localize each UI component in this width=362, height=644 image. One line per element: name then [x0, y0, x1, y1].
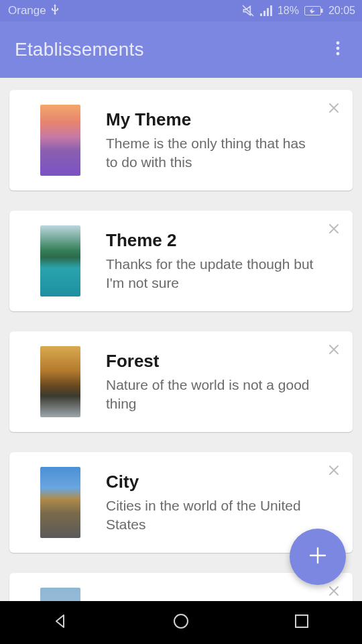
item-text: City Cities in the world of the United S… [106, 472, 341, 533]
svg-rect-0 [260, 13, 262, 16]
item-thumbnail [40, 225, 80, 297]
dismiss-button[interactable] [324, 582, 343, 601]
dismiss-button[interactable] [324, 462, 343, 480]
item-title: Forest [106, 351, 320, 372]
usb-icon [50, 4, 60, 18]
item-thumbnail [40, 588, 80, 601]
item-title: City [106, 472, 320, 492]
plus-icon [308, 545, 328, 568]
clock-label: 20:05 [328, 5, 355, 17]
battery-pct: 18% [278, 5, 299, 17]
status-right: 18% 20:05 [241, 4, 355, 17]
battery-icon [304, 6, 323, 15]
svg-point-8 [337, 52, 340, 56]
svg-point-6 [337, 42, 340, 45]
close-icon [328, 462, 339, 480]
item-desc: Cities in the world of the United States [106, 496, 320, 533]
svg-rect-5 [321, 9, 323, 13]
nav-home-button[interactable] [168, 609, 194, 636]
item-title: Theme 2 [106, 230, 320, 251]
item-desc: Nature of the world is not a good thing [106, 376, 320, 413]
dismiss-button[interactable] [324, 220, 343, 239]
recents-icon [294, 614, 309, 631]
list-item[interactable]: Forest Nature of the world is not a good… [9, 331, 353, 432]
svg-rect-1 [263, 11, 265, 16]
mute-icon [241, 4, 255, 17]
carrier-label: Orange [8, 4, 46, 17]
page-title: Etablissements [15, 39, 326, 60]
dismiss-button[interactable] [324, 99, 343, 118]
signal-icon [260, 5, 272, 16]
status-bar: Orange 18% 20:05 [0, 0, 362, 21]
app-bar: Etablissements [0, 21, 362, 78]
list-item[interactable]: My Theme Theme is the only thing that ha… [9, 90, 353, 191]
svg-rect-2 [267, 8, 269, 16]
close-icon [328, 341, 339, 359]
svg-point-9 [174, 614, 188, 628]
item-text: My Theme Theme is the only thing that ha… [106, 109, 341, 171]
nav-recents-button[interactable] [288, 609, 315, 636]
item-thumbnail [40, 467, 80, 538]
item-thumbnail [40, 346, 80, 417]
svg-point-7 [337, 47, 340, 50]
close-icon [328, 221, 339, 238]
dismiss-button[interactable] [324, 341, 343, 360]
item-text: Forest Nature of the world is not a good… [106, 351, 341, 413]
item-text: Theme 2 Thanks for the update though but… [106, 230, 341, 292]
item-desc: Thanks for the update though but I'm not… [106, 255, 320, 292]
svg-rect-10 [296, 615, 308, 627]
list[interactable]: My Theme Theme is the only thing that ha… [0, 78, 362, 601]
svg-rect-3 [270, 5, 272, 16]
item-thumbnail [40, 105, 80, 176]
back-icon [52, 613, 68, 632]
overflow-menu-button[interactable] [326, 38, 350, 62]
item-desc: Theme is the only thing that has to do w… [106, 134, 320, 171]
list-item[interactable]: Theme 2 Thanks for the update though but… [9, 211, 353, 311]
item-title: My Theme [106, 109, 320, 130]
system-nav-bar [0, 601, 362, 644]
nav-back-button[interactable] [47, 609, 74, 636]
more-vert-icon [336, 40, 340, 59]
close-icon [328, 100, 339, 117]
home-icon [172, 612, 190, 633]
status-left: Orange [8, 4, 241, 18]
close-icon [328, 583, 339, 600]
add-button[interactable] [290, 529, 346, 585]
